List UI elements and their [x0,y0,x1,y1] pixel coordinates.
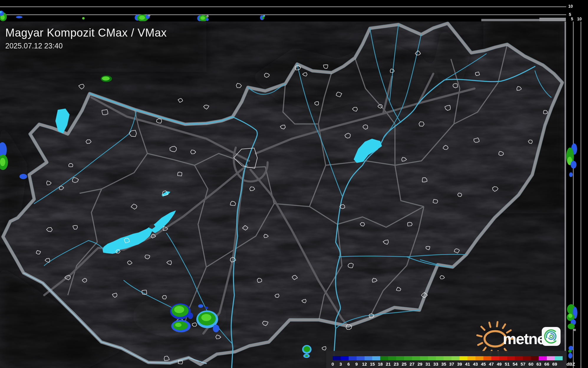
radar-echo [206,18,209,21]
radar-echo [568,350,572,353]
legend-tick-label: 15 [370,362,375,367]
legend-tick-label: 60 [528,362,533,367]
radar-echo [201,314,211,321]
legend-color-segment [539,356,547,360]
radar-echo [0,158,5,166]
radar-echo [263,15,265,17]
legend-color-segment [452,356,459,360]
legend-tick-label: 27 [410,362,415,367]
legend-color-segment [357,356,365,360]
legend-tick-label: 35 [441,362,446,367]
right-axis-label-5km: 5 [571,17,573,21]
legend-tick-label: 25 [402,362,407,367]
legend-color-segment [491,356,499,360]
legend-tick-label: 63 [536,362,541,367]
legend-color-segment [412,356,420,360]
legend-tick-label: 43 [473,362,478,367]
legend-color-segment [555,356,563,360]
radar-echo [148,14,150,17]
radar-echo [213,325,219,332]
legend-tick-label: 39 [457,362,462,367]
legend-color-segment [388,356,396,360]
legend-tick-label: 12 [362,362,367,367]
legend-tick-label: 37 [449,362,454,367]
legend-color-segment [428,356,436,360]
legend-tick-label: 51 [505,362,510,367]
radar-echo [82,17,85,19]
legend-color-segment [459,356,467,360]
radar-echo [139,16,145,20]
radar-echo [568,323,575,329]
legend-color-segment [515,356,523,360]
legend-color-segment [499,356,507,360]
top-axis-label-10km: 10 [568,4,573,8]
legend-tick-label: 54 [513,362,518,367]
legend-color-segment [547,356,555,360]
radar-echo [206,15,209,17]
legend-color-segment [396,356,404,360]
legend-tick-label: 18 [378,362,383,367]
legend-tick-label: 23 [394,362,399,367]
legend-tick-label: 21 [386,362,391,367]
legend-color-segment [333,356,341,360]
legend-tick-label: 41 [465,362,470,367]
legend-color-segment [531,356,539,360]
radar-echo [205,307,208,309]
dbz-legend: 0369121518212325272931333537394143454749… [326,351,567,368]
radar-echo [571,161,577,169]
legend-tick-label: 66 [544,362,549,367]
right-vmax-panel [566,0,588,368]
radar-echo [569,172,573,177]
top-axis-label-5km: 5 [569,12,571,17]
map-frame-top-bar-thick [539,18,566,21]
legend-tick-label: 0 [332,362,334,367]
legend-tick-label: 57 [521,362,526,367]
dbz-colorbar [333,356,563,360]
radar-echo [304,346,310,352]
legend-tick-label: 49 [497,362,502,367]
legend-tick-label: 9 [355,362,358,367]
legend-tick-label: 6 [347,362,350,367]
map-panel: metnet [0,22,566,368]
legend-tick-label: 69 [552,362,557,367]
legend-color-segment [349,356,357,360]
legend-color-segment [444,356,452,360]
legend-color-segment [507,356,515,360]
radar-echo [174,306,184,313]
legend-tick-label: 3 [340,362,342,367]
top-vmax-panel [0,0,566,22]
radar-echo [175,323,182,327]
radar-echo [574,329,576,331]
legend-tick-label: 45 [481,362,486,367]
radar-echo [200,16,205,20]
radar-echo [19,174,27,179]
legend-tick-label: 29 [418,362,423,367]
legend-color-segment [365,356,373,360]
radar-echo [198,304,203,308]
legend-color-segment [436,356,444,360]
radar-echo [568,314,572,318]
radar-echo [16,16,22,18]
radar-echo [305,355,308,357]
legend-tick-label: 31 [425,362,430,367]
legend-color-segment [483,356,491,360]
radar-echo [102,76,110,81]
legend-tick-label: 47 [489,362,494,367]
legend-color-segment [467,356,475,360]
legend-color-segment [372,356,380,360]
legend-color-segment [523,356,531,360]
radar-echo [568,353,572,359]
legend-color-segment [404,356,412,360]
legend-color-segment [420,356,428,360]
right-axis-label-10km: 10 [577,17,582,21]
legend-tick-label: 33 [433,362,438,367]
radar-echo [188,313,193,319]
radar-map-canvas: metnet [0,0,588,368]
legend-unit-label: dBZ [566,362,575,367]
legend-color-segment [380,356,388,360]
legend-color-segment [475,356,483,360]
legend-color-segment [341,356,349,360]
radar-composite-screen: { "header": { "title": "Magyar Kompozit … [0,0,588,368]
metnet-app-icon [542,327,561,346]
